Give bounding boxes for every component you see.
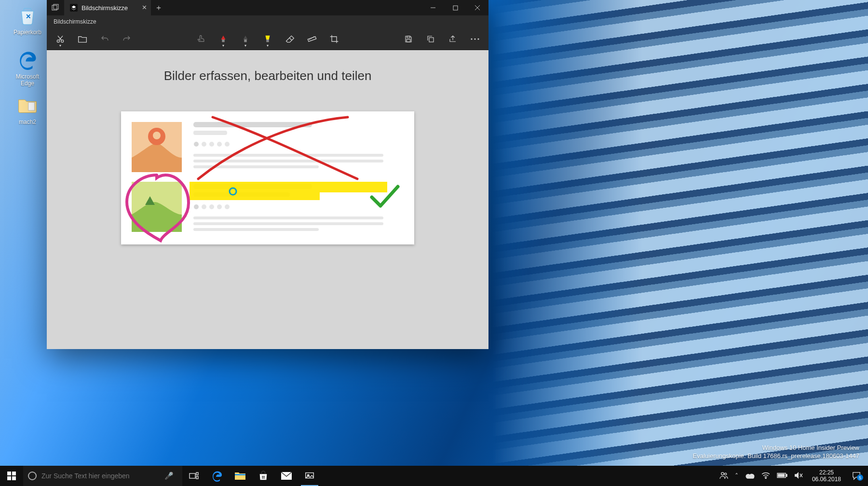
svg-rect-4 (453, 6, 458, 10)
taskbar-app-edge[interactable] (205, 466, 229, 486)
svg-point-61 (721, 472, 724, 474)
svg-rect-9 (222, 39, 224, 41)
ruler-button[interactable] (301, 28, 323, 50)
canvas-area[interactable]: Bilder erfassen, bearbeiten und teilen (47, 50, 488, 349)
crop-button[interactable] (324, 28, 345, 50)
watermark-line1: Windows 10 Home Insider Preview (693, 444, 859, 452)
svg-rect-48 (7, 476, 11, 480)
sample-illustration (121, 111, 414, 244)
action-center-button[interactable]: 5 (847, 472, 866, 480)
insider-preview-watermark: Windows 10 Home Insider Preview Evaluier… (693, 444, 859, 460)
svg-rect-15 (429, 38, 434, 42)
maximize-button[interactable] (444, 0, 466, 15)
taskbar-app-explorer[interactable] (229, 466, 252, 486)
screen-sketch-window: Bildschirmskizze ✕ ＋ Bildschirmskizze (47, 0, 488, 349)
tab-close-icon[interactable]: ✕ (142, 4, 147, 11)
tray-volume-icon[interactable] (791, 472, 806, 481)
svg-point-21 (153, 132, 161, 139)
touch-writing-button[interactable] (190, 28, 212, 50)
copy-button[interactable] (420, 28, 441, 50)
taskbar-search[interactable]: 🎤 (23, 466, 182, 486)
tray-onedrive-icon[interactable] (742, 472, 758, 480)
svg-point-38 (217, 204, 222, 209)
search-input[interactable] (41, 472, 161, 480)
redo-button (116, 28, 137, 50)
edge-icon (16, 48, 39, 71)
app-favicon (70, 4, 78, 12)
svg-rect-46 (7, 472, 11, 475)
eraser-button[interactable] (279, 28, 300, 50)
taskbar-app-store[interactable] (252, 466, 275, 486)
undo-button (94, 28, 115, 50)
svg-rect-11 (266, 39, 269, 41)
svg-point-25 (194, 142, 199, 147)
watermark-line2: Evaluierungskopie. Build 17686.rs_prerel… (693, 452, 859, 460)
window-subtitle: Bildschirmskizze (47, 15, 488, 28)
close-button[interactable] (466, 0, 488, 15)
svg-rect-44 (190, 192, 320, 200)
svg-point-35 (194, 204, 199, 209)
open-button[interactable] (72, 28, 93, 50)
svg-rect-14 (407, 39, 410, 41)
desktop-icon-label: Papierkorb (9, 29, 46, 36)
svg-point-16 (471, 38, 472, 40)
minimize-button[interactable] (422, 0, 444, 15)
svg-point-39 (225, 204, 230, 209)
taskbar-app-mail[interactable] (275, 466, 298, 486)
notification-badge: 5 (857, 474, 863, 481)
clock-time: 22:25 (812, 469, 841, 476)
svg-rect-43 (190, 182, 387, 192)
taskbar-app-screen-sketch[interactable] (298, 466, 321, 486)
start-button[interactable] (0, 466, 23, 486)
svg-rect-12 (308, 36, 316, 41)
svg-rect-50 (190, 473, 195, 478)
save-button[interactable] (398, 28, 419, 50)
svg-rect-57 (263, 477, 264, 478)
toolbar: ▾ ▾ (47, 28, 488, 50)
desktop-icon-mach2[interactable]: mach2 (9, 94, 46, 125)
ballpoint-pen-button[interactable]: ▾ (213, 28, 234, 50)
tray-wifi-icon[interactable] (758, 472, 773, 480)
desktop-icon-label: Microsoft Edge (9, 73, 46, 87)
tray-battery-icon[interactable] (773, 472, 791, 480)
svg-rect-42 (193, 228, 319, 231)
canvas-heading: Bilder erfassen, bearbeiten und teilen (47, 68, 488, 83)
tray-people-icon[interactable] (716, 472, 732, 481)
svg-rect-51 (196, 472, 198, 475)
tab-title: Bildschirmskizze (81, 4, 128, 12)
folder-icon (16, 94, 39, 117)
cortana-icon (28, 472, 37, 480)
sets-icon[interactable] (47, 0, 64, 15)
desktop-wallpaper: Papierkorb Microsoft Edge mach2 Windows … (0, 0, 868, 486)
pencil-button[interactable]: ▾ (235, 28, 256, 50)
more-button[interactable] (464, 28, 486, 50)
svg-point-28 (217, 142, 222, 147)
svg-rect-54 (262, 476, 263, 477)
svg-rect-66 (778, 474, 785, 477)
desktop-icon-edge[interactable]: Microsoft Edge (9, 48, 46, 87)
taskbar-clock[interactable]: 22:25 06.06.2018 (806, 469, 847, 483)
svg-point-63 (765, 477, 766, 478)
tray-chevron-up-icon[interactable]: ˄ (732, 472, 742, 480)
svg-point-26 (202, 142, 206, 147)
svg-point-36 (202, 204, 206, 209)
titlebar[interactable]: Bildschirmskizze ✕ ＋ (47, 0, 488, 15)
svg-point-18 (477, 38, 479, 40)
mic-icon[interactable]: 🎤 (161, 472, 177, 480)
highlighter-button[interactable]: ▾ (257, 28, 278, 50)
share-button[interactable] (442, 28, 463, 50)
window-tab[interactable]: Bildschirmskizze ✕ (64, 0, 151, 15)
svg-rect-13 (407, 36, 410, 38)
task-view-button[interactable] (182, 466, 205, 486)
desktop-icon-recycle-bin[interactable]: Papierkorb (9, 4, 46, 36)
svg-rect-55 (263, 476, 264, 477)
svg-point-37 (209, 204, 214, 209)
svg-point-27 (209, 142, 214, 147)
new-tab-button[interactable]: ＋ (151, 0, 166, 15)
svg-rect-49 (12, 476, 16, 480)
svg-point-17 (474, 38, 475, 40)
svg-point-62 (724, 473, 726, 475)
svg-rect-23 (193, 122, 312, 127)
new-snip-button[interactable]: ▾ (50, 28, 71, 50)
svg-rect-47 (12, 472, 16, 475)
